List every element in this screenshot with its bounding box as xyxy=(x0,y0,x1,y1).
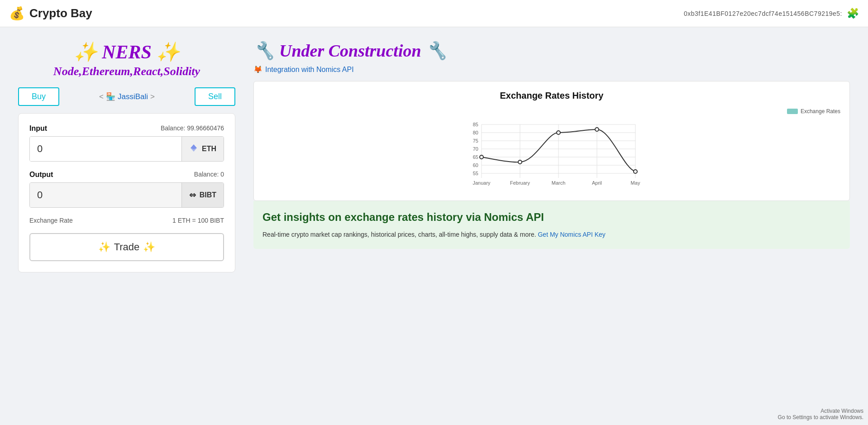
trade-label: Trade xyxy=(114,241,140,253)
app-title: Crypto Bay xyxy=(29,6,92,20)
activate-windows-notice: Activate Windows Go to Settings to activ… xyxy=(778,408,863,420)
bibt-label: BIBT xyxy=(200,191,216,199)
chart-card: Exchange Rates History Exchange Rates 85… xyxy=(253,81,850,201)
output-field-row: Output Balance: 0 ⇔ BIBT xyxy=(29,171,224,208)
output-field-header: Output Balance: 0 xyxy=(29,171,224,179)
svg-point-25 xyxy=(634,170,637,173)
svg-text:April: April xyxy=(592,180,602,186)
trade-card: Input Balance: 99.96660476 ETH xyxy=(18,113,235,272)
svg-text:March: March xyxy=(552,180,566,186)
ners-section: ✨ NERS ✨ Node,Ethereum,React,Solidity xyxy=(18,41,235,78)
chart-title: Exchange Rates History xyxy=(263,91,840,101)
svg-text:55: 55 xyxy=(473,171,478,176)
activate-line1: Activate Windows xyxy=(778,408,863,414)
legend-label: Exchange Rates xyxy=(801,108,840,115)
exchange-rate-row: Exchange Rate 1 ETH = 100 BIBT xyxy=(29,217,224,224)
svg-text:75: 75 xyxy=(473,138,478,143)
user-name: JassiBali xyxy=(118,92,148,101)
nomics-api-link[interactable]: 🦊 Integration with Nomics API xyxy=(253,65,850,74)
eth-label: ETH xyxy=(202,145,216,153)
bibt-token-selector[interactable]: ⇔ BIBT xyxy=(181,183,224,207)
svg-text:May: May xyxy=(631,180,640,186)
svg-point-22 xyxy=(518,160,522,164)
header: 💰 Crypto Bay 0xb3f1E41BF0127e20ec7dcf74e… xyxy=(0,0,868,27)
svg-text:65: 65 xyxy=(473,154,478,160)
insights-title: Get insights on exchange rates history v… xyxy=(262,210,841,224)
output-label: Output xyxy=(29,171,53,179)
output-value[interactable] xyxy=(30,183,181,207)
legend-color-box xyxy=(787,109,798,114)
ners-emoji-left: ✨ xyxy=(74,42,97,62)
eth-icon xyxy=(189,143,198,154)
trade-button[interactable]: ✨ Trade ✨ xyxy=(29,233,224,261)
ners-title: ✨ NERS ✨ xyxy=(18,41,235,63)
insights-body-text: Real-time crypto market cap rankings, hi… xyxy=(262,231,536,238)
insights-card: Get insights on exchange rates history v… xyxy=(253,201,850,249)
header-right: 0xb3f1E41BF0127e20ec7dcf74e151456BC79219… xyxy=(684,8,859,19)
insights-text: Real-time crypto market cap rankings, hi… xyxy=(262,229,841,239)
ners-emoji-right: ✨ xyxy=(156,42,180,62)
input-balance: Balance: 99.96660476 xyxy=(161,124,224,133)
input-field-header: Input Balance: 99.96660476 xyxy=(29,124,224,133)
svg-point-24 xyxy=(595,128,599,131)
wrench-right-icon: 🔧 xyxy=(426,41,447,61)
activate-line2: Go to Settings to activate Windows. xyxy=(778,414,863,420)
chart-legend: Exchange Rates xyxy=(263,108,840,115)
svg-text:80: 80 xyxy=(473,130,478,135)
bibt-icon: ⇔ xyxy=(189,190,196,200)
under-construction-title: 🔧 Under Construction 🔧 xyxy=(253,41,850,61)
sell-button[interactable]: Sell xyxy=(195,87,235,106)
exchange-rate-value: 1 ETH = 100 BIBT xyxy=(172,217,224,224)
nomics-link-text: Integration with Nomics API xyxy=(265,66,354,74)
input-field-row: Input Balance: 99.96660476 ETH xyxy=(29,124,224,162)
get-nomics-api-key-link[interactable]: Get My Nomics API Key xyxy=(538,231,605,238)
user-emoji: 🏪 xyxy=(106,92,115,101)
angle-right: > xyxy=(150,92,155,101)
chart-area: 85 80 75 70 65 60 55 xyxy=(263,119,840,191)
svg-text:85: 85 xyxy=(473,122,478,127)
exchange-rate-label: Exchange Rate xyxy=(29,217,73,224)
buy-button[interactable]: Buy xyxy=(18,87,59,106)
angle-left: < xyxy=(99,92,104,101)
input-label: Input xyxy=(29,124,47,133)
fox-emoji: 🦊 xyxy=(253,65,262,74)
puzzle-icon[interactable]: 🧩 xyxy=(847,8,859,19)
buy-sell-row: Buy < 🏪 JassiBali > Sell xyxy=(18,87,235,106)
svg-text:70: 70 xyxy=(473,146,478,152)
output-balance: Balance: 0 xyxy=(194,171,224,179)
user-label: < 🏪 JassiBali > xyxy=(99,92,155,101)
wallet-address: 0xb3f1E41BF0127e20ec7dcf74e151456BC79219… xyxy=(684,10,842,17)
input-value[interactable] xyxy=(30,137,181,161)
main-container: ✨ NERS ✨ Node,Ethereum,React,Solidity Bu… xyxy=(0,27,868,286)
logo-emoji: 💰 xyxy=(9,6,25,21)
svg-point-23 xyxy=(557,131,560,134)
svg-text:January: January xyxy=(472,180,491,186)
right-panel: 🔧 Under Construction 🔧 🦊 Integration wit… xyxy=(244,36,859,277)
left-panel: ✨ NERS ✨ Node,Ethereum,React,Solidity Bu… xyxy=(9,36,244,277)
header-left: 💰 Crypto Bay xyxy=(9,6,92,21)
trade-emoji-left: ✨ xyxy=(98,241,110,253)
svg-text:60: 60 xyxy=(473,162,478,168)
output-box: ⇔ BIBT xyxy=(29,182,224,208)
svg-point-21 xyxy=(480,155,483,159)
under-construction-text: Under Construction xyxy=(279,41,421,61)
ners-text: NERS xyxy=(102,42,152,62)
eth-token-selector[interactable]: ETH xyxy=(181,137,224,161)
trade-emoji-right: ✨ xyxy=(143,241,155,253)
ners-subtitle: Node,Ethereum,React,Solidity xyxy=(18,65,235,78)
input-box: ETH xyxy=(29,136,224,162)
svg-text:February: February xyxy=(510,180,530,186)
wrench-left-icon: 🔧 xyxy=(253,41,275,61)
exchange-rate-chart: 85 80 75 70 65 60 55 xyxy=(263,119,840,191)
